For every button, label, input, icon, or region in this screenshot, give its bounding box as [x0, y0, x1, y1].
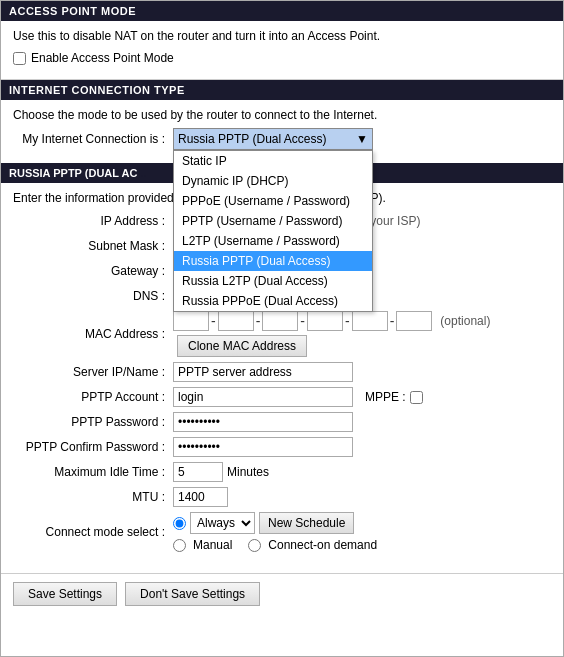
connection-type-label: My Internet Connection is : — [13, 132, 173, 146]
pptp-account-input[interactable] — [173, 387, 353, 407]
mtu-label: MTU : — [13, 490, 173, 504]
mac-address-row: MAC Address : - - - - - (optional) — [13, 311, 551, 357]
new-schedule-button[interactable]: New Schedule — [259, 512, 354, 534]
connection-type-row: My Internet Connection is : Russia PPTP … — [13, 128, 551, 150]
access-point-desc: Use this to disable NAT on the router an… — [13, 29, 551, 43]
mppe-checkbox[interactable] — [410, 391, 423, 404]
mac-octet-3[interactable] — [262, 311, 298, 331]
max-idle-label: Maximum Idle Time : — [13, 465, 173, 479]
mppe-label: MPPE : — [365, 390, 406, 404]
save-settings-button[interactable]: Save Settings — [13, 582, 117, 606]
option-dynamic-ip[interactable]: Dynamic IP (DHCP) — [174, 171, 372, 191]
server-row: Server IP/Name : — [13, 362, 551, 382]
pptp-account-row: PPTP Account : MPPE : — [13, 387, 551, 407]
always-select[interactable]: Always — [190, 512, 255, 534]
connect-mode-row: Connect mode select : Always New Schedul… — [13, 512, 551, 552]
connect-always-radio[interactable] — [173, 517, 186, 530]
mac-sep-3: - — [300, 313, 305, 329]
connect-manual-radio[interactable] — [173, 539, 186, 552]
mac-octet-2[interactable] — [218, 311, 254, 331]
dont-save-settings-button[interactable]: Don't Save Settings — [125, 582, 260, 606]
connect-mode-label: Connect mode select : — [13, 525, 173, 539]
server-label: Server IP/Name : — [13, 365, 173, 379]
connect-on-demand-radio[interactable] — [248, 539, 261, 552]
connect-mode-controls: Always New Schedule Manual Connect-on de… — [173, 512, 377, 552]
mac-octet-5[interactable] — [352, 311, 388, 331]
enable-access-point-label: Enable Access Point Mode — [31, 51, 174, 65]
internet-connection-body: Choose the mode to be used by the router… — [1, 100, 563, 163]
dropdown-arrow-icon: ▼ — [356, 132, 368, 146]
pptp-confirm-input[interactable] — [173, 437, 353, 457]
pptp-password-label: PPTP Password : — [13, 415, 173, 429]
mppe-row: MPPE : — [365, 390, 423, 404]
connection-type-dropdown: Static IP Dynamic IP (DHCP) PPPoE (Usern… — [173, 150, 373, 312]
mac-sep-5: - — [390, 313, 395, 329]
subnet-mask-label: Subnet Mask : — [13, 239, 173, 253]
access-point-header: ACCESS POINT MODE — [1, 1, 563, 21]
mtu-row: MTU : — [13, 487, 551, 507]
mac-address-label: MAC Address : — [13, 327, 173, 341]
dns-label: DNS : — [13, 289, 173, 303]
enable-access-point-checkbox[interactable] — [13, 52, 26, 65]
connect-other-row: Manual Connect-on demand — [173, 538, 377, 552]
mac-octet-6[interactable] — [396, 311, 432, 331]
mac-inputs-row: - - - - - (optional) — [173, 311, 490, 331]
option-russia-pptp[interactable]: Russia PPTP (Dual Access) — [174, 251, 372, 271]
mac-address-inputs: - - - - - (optional) Clone MAC Address — [173, 311, 490, 357]
mac-sep-1: - — [211, 313, 216, 329]
connection-type-display[interactable]: Russia PPTP (Dual Access) ▼ — [173, 128, 373, 150]
internet-connection-desc: Choose the mode to be used by the router… — [13, 108, 551, 122]
access-point-section: ACCESS POINT MODE Use this to disable NA… — [1, 1, 563, 79]
mac-optional-label: (optional) — [440, 314, 490, 328]
option-pppoe[interactable]: PPPoE (Username / Password) — [174, 191, 372, 211]
clone-mac-wrapper: Clone MAC Address — [173, 335, 490, 357]
ip-address-label: IP Address : — [13, 214, 173, 228]
enable-access-point-row: Enable Access Point Mode — [13, 49, 551, 71]
mac-octet-4[interactable] — [307, 311, 343, 331]
minutes-label: Minutes — [227, 465, 269, 479]
access-point-body: Use this to disable NAT on the router an… — [1, 21, 563, 79]
pptp-confirm-row: PPTP Confirm Password : — [13, 437, 551, 457]
mac-sep-4: - — [345, 313, 350, 329]
max-idle-input[interactable] — [173, 462, 223, 482]
pptp-confirm-label: PPTP Confirm Password : — [13, 440, 173, 454]
internet-connection-section: INTERNET CONNECTION TYPE Choose the mode… — [1, 80, 563, 163]
bottom-bar: Save Settings Don't Save Settings — [1, 573, 563, 614]
connect-on-demand-label: Connect-on demand — [268, 538, 377, 552]
connect-always-row: Always New Schedule — [173, 512, 377, 534]
option-russia-pppoe[interactable]: Russia PPPoE (Dual Access) — [174, 291, 372, 311]
pptp-account-label: PPTP Account : — [13, 390, 173, 404]
pptp-password-input[interactable] — [173, 412, 353, 432]
internet-connection-header: INTERNET CONNECTION TYPE — [1, 80, 563, 100]
mtu-input[interactable] — [173, 487, 228, 507]
option-static-ip[interactable]: Static IP — [174, 151, 372, 171]
option-pptp[interactable]: PPTP (Username / Password) — [174, 211, 372, 231]
clone-mac-button[interactable]: Clone MAC Address — [177, 335, 307, 357]
manual-label: Manual — [193, 538, 232, 552]
mac-octet-1[interactable] — [173, 311, 209, 331]
server-input[interactable] — [173, 362, 353, 382]
max-idle-row: Maximum Idle Time : Minutes — [13, 462, 551, 482]
connection-type-select-wrap[interactable]: Russia PPTP (Dual Access) ▼ Static IP Dy… — [173, 128, 373, 150]
option-l2tp[interactable]: L2TP (Username / Password) — [174, 231, 372, 251]
option-russia-l2tp[interactable]: Russia L2TP (Dual Access) — [174, 271, 372, 291]
gateway-label: Gateway : — [13, 264, 173, 278]
mac-sep-2: - — [256, 313, 261, 329]
pptp-password-row: PPTP Password : — [13, 412, 551, 432]
